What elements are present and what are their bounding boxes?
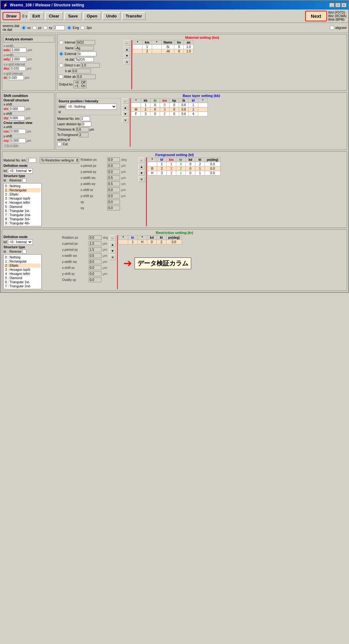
base-arrow-x[interactable]: ✕ xyxy=(122,117,129,123)
fg-arrow-up[interactable]: ▲ xyxy=(138,164,145,169)
fg-arrow-x[interactable]: ✕ xyxy=(138,176,145,182)
fg-mat-input[interactable] xyxy=(27,158,36,163)
fg-kd-select[interactable]: =0 : Internal =1 : sub.dat xyxy=(8,168,33,174)
name-input[interactable] xyxy=(75,46,94,51)
csx-input[interactable] xyxy=(10,129,26,134)
fg-reverse-checkbox[interactable] xyxy=(22,178,26,182)
layer-div-input[interactable] xyxy=(82,122,91,127)
arrow-left-btn[interactable]: ← xyxy=(124,40,130,46)
fg-xq-input[interactable] xyxy=(107,206,120,210)
base-arrow-down[interactable]: ▼ xyxy=(122,111,129,117)
rs-xperiod-input[interactable] xyxy=(89,241,101,246)
direct-input[interactable] xyxy=(81,63,100,68)
material-no-spin[interactable] xyxy=(80,116,90,121)
rs-xwidth-input[interactable] xyxy=(89,253,101,258)
spin-axis[interactable] xyxy=(54,25,65,30)
sty-input[interactable] xyxy=(9,116,25,120)
rs-struct-6[interactable]: 6 : Triangular 1st- xyxy=(4,280,41,284)
fg-arrow-left[interactable]: ← xyxy=(138,157,145,163)
view-select[interactable]: =0 : Nothing =1 : On layer =2 : (Upper s… xyxy=(66,104,117,110)
kb-row-1[interactable]: 1 0 0 0 0.6 1 xyxy=(131,103,208,107)
close-button[interactable]: × xyxy=(341,3,346,7)
rs-struct-2[interactable]: 2 : Elliptic xyxy=(4,264,41,268)
base-arrow-up[interactable]: ▲ xyxy=(122,105,129,110)
rs-reverse-checkbox[interactable] xyxy=(22,250,26,254)
fg-struct-4[interactable]: 4 : Hexagon left/ri xyxy=(4,201,41,205)
base-arrow-left[interactable]: ← xyxy=(122,98,129,104)
rs-kd-select[interactable]: =0 : Internal =1 : sub.dat xyxy=(8,239,33,245)
minimize-button[interactable]: _ xyxy=(329,3,334,7)
fg-yperiod-input[interactable] xyxy=(107,169,120,174)
rs-ywidth-input[interactable] xyxy=(89,259,101,264)
kf-row-3[interactable]: H 3 2 1 0 1 0.0 xyxy=(148,171,220,175)
fg-struct-3[interactable]: 3 : Hexagon top/b xyxy=(4,196,41,201)
rs-arrow-down[interactable]: ▼ xyxy=(109,248,116,254)
radio-eng[interactable] xyxy=(67,26,71,30)
rs-struct-0[interactable]: 0 : Nothing xyxy=(4,255,41,259)
rs-struct-1[interactable]: 1 : Rectangular xyxy=(4,259,41,264)
clear-button[interactable]: Clear xyxy=(45,12,63,20)
abbe-checkbox[interactable] xyxy=(59,75,63,79)
cut-checkbox[interactable] xyxy=(57,142,61,146)
radio-external[interactable] xyxy=(59,52,63,56)
spin-axis-input[interactable] xyxy=(54,25,65,30)
radio-yz[interactable] xyxy=(32,26,37,30)
rs-struct-3[interactable]: 3 : Hexagon top/b xyxy=(4,268,41,272)
csy-input[interactable] xyxy=(10,138,26,143)
dxy-input[interactable] xyxy=(10,66,26,71)
fg-struct-5[interactable]: 5 : Diamond xyxy=(4,205,41,209)
rs-xshift-input[interactable] xyxy=(89,265,101,270)
arrow-up-btn[interactable]: ▲ xyxy=(124,46,130,52)
fg-struct-0[interactable]: 0 : Nothing xyxy=(4,184,41,188)
maximize-button[interactable]: □ xyxy=(335,3,340,7)
kb-table-scroll[interactable]: * kb kl km kp tk kf * xyxy=(131,98,346,116)
km-row-2[interactable]: 2 -Al 0 1.0 xyxy=(133,49,193,54)
fg-mat-spin[interactable] xyxy=(27,158,36,163)
rs-yperiod-input[interactable] xyxy=(89,247,101,252)
fg-rotation-input[interactable] xyxy=(107,157,120,162)
km-row-1[interactable]: 1 Si 0 1.0 xyxy=(133,45,193,49)
rs-arrow-left[interactable]: ← xyxy=(109,235,116,241)
transfer-button[interactable]: Transfer xyxy=(122,12,146,20)
undo-button[interactable]: Undo xyxy=(102,12,121,20)
fg-yshift-input[interactable] xyxy=(107,194,120,198)
external-input[interactable] xyxy=(77,51,96,56)
kb-row-3[interactable]: F 3 0 2 0 0.6 4 xyxy=(131,112,208,116)
dz-input[interactable] xyxy=(8,75,24,80)
exit-button[interactable]: Exit xyxy=(29,12,44,20)
rs-rotation-input[interactable] xyxy=(89,235,101,240)
wdx-input[interactable] xyxy=(10,48,26,52)
rs-ovality-input[interactable] xyxy=(89,277,101,282)
wdy-input[interactable] xyxy=(10,57,26,62)
kr-table-scroll[interactable]: * kr * kd kt ps(deg) 1 xyxy=(118,235,346,244)
nkdat-input[interactable] xyxy=(75,57,94,62)
fg-struct-6[interactable]: 6 : Triangular 1st- xyxy=(4,209,41,213)
material-no-input[interactable] xyxy=(80,116,90,121)
radio-jpn[interactable] xyxy=(80,26,85,30)
fg-struct-2[interactable]: 2 : Elliptic xyxy=(4,192,41,196)
radio-xy[interactable] xyxy=(43,26,47,30)
radio-internal[interactable] xyxy=(59,40,63,45)
rs-struct-5[interactable]: 5 : Diamond xyxy=(4,276,41,280)
rs-arrow-up[interactable]: ▲ xyxy=(109,242,116,247)
kf-row-2[interactable]: B 2 2 2 0 1 0.0 xyxy=(148,167,220,171)
k-input[interactable] xyxy=(72,69,91,73)
km-table-scroll[interactable]: * km * Name ko an xyxy=(133,40,346,54)
fg-input[interactable] xyxy=(79,133,88,137)
fg-struct-9[interactable]: 9 : Triangular 4th- xyxy=(4,221,41,225)
fg-xp-input[interactable] xyxy=(107,200,120,204)
save-button[interactable]: Save xyxy=(64,12,81,20)
kf-table-scroll[interactable]: * kf km kr kd kt ps(deg) xyxy=(147,157,346,175)
fg-struct-7[interactable]: 7 : Triangular 2nd- xyxy=(4,213,41,217)
fg-xshift-input[interactable] xyxy=(107,188,120,192)
radio-xz[interactable] xyxy=(22,26,26,30)
fg-xperiod-input[interactable] xyxy=(107,163,120,168)
internal-name-input[interactable] xyxy=(76,40,95,45)
rs-yshift-input[interactable] xyxy=(89,271,101,276)
fg-struct-8[interactable]: 8 : Triangular 3rd- xyxy=(4,217,41,221)
abbe-input[interactable] xyxy=(77,74,96,79)
fg-struct-1[interactable]: 1 : Rectangular xyxy=(4,188,41,192)
next-button[interactable]: Next xyxy=(305,11,327,21)
arrow-down-btn[interactable]: ▼ xyxy=(124,53,130,58)
open-button[interactable]: Open xyxy=(83,12,101,20)
